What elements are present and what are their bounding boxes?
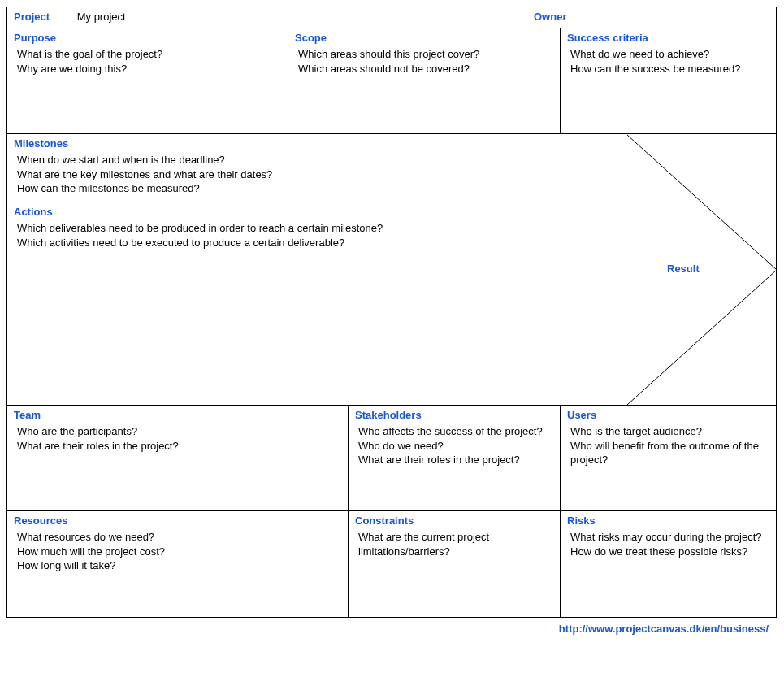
resources-q3: How long will it take? xyxy=(17,558,341,573)
resources-title: Resources xyxy=(14,515,341,527)
stakeholders-q3: What are their roles in the project? xyxy=(358,453,553,467)
cell-users: Users Who is the target audience? Who wi… xyxy=(561,406,776,511)
project-label: Project xyxy=(14,11,50,23)
footer-link[interactable]: http://www.projectcanvas.dk/en/business/ xyxy=(6,618,777,635)
team-q2: What are their roles in the project? xyxy=(17,439,341,454)
users-q2: Who will benefit from the outcome of the… xyxy=(570,439,769,467)
milestones-title: Milestones xyxy=(14,137,621,150)
success-q2: How can the success be measured? xyxy=(570,62,769,76)
constraints-title: Constraints xyxy=(355,515,553,527)
risks-q2: How do we treat these possible risks? xyxy=(570,545,769,559)
cell-arrow-lower xyxy=(627,202,776,406)
row-milestones-actions-result: Milestones When do we start and when is … xyxy=(7,134,776,406)
cell-constraints: Constraints What are the current project… xyxy=(349,511,561,617)
actions-q2: Which activities need to be executed to … xyxy=(17,236,621,250)
cell-arrow-upper xyxy=(627,134,776,202)
scope-q2: Which areas should not be covered? xyxy=(298,62,553,76)
cell-stakeholders: Stakeholders Who affects the success of … xyxy=(349,406,561,511)
project-value: My project xyxy=(77,11,126,23)
milestones-q2: What are the key milestones and what are… xyxy=(17,167,621,182)
purpose-q1: What is the goal of the project? xyxy=(17,47,281,62)
actions-title: Actions xyxy=(14,206,621,218)
stakeholders-title: Stakeholders xyxy=(355,409,553,421)
scope-title: Scope xyxy=(295,32,553,44)
cell-team: Team Who are the participants? What are … xyxy=(7,406,349,511)
canvas-header: Project My project Owner xyxy=(7,7,776,28)
actions-q1: Which deliverables need to be produced i… xyxy=(17,221,621,236)
risks-title: Risks xyxy=(567,515,769,527)
purpose-title: Purpose xyxy=(14,32,281,44)
cell-scope: Scope Which areas should this project co… xyxy=(288,28,561,134)
cell-milestones: Milestones When do we start and when is … xyxy=(7,134,627,202)
milestones-q1: When do we start and when is the deadlin… xyxy=(17,153,621,167)
row-purpose-scope-success: Purpose What is the goal of the project?… xyxy=(7,28,776,134)
cell-resources: Resources What resources do we need? How… xyxy=(7,511,349,617)
risks-q1: What risks may occur during the project? xyxy=(570,530,769,545)
row-team-stakeholders-users: Team Who are the participants? What are … xyxy=(7,406,776,511)
milestones-q3: How can the milestones be measured? xyxy=(17,181,621,196)
users-q1: Who is the target audience? xyxy=(570,424,769,439)
team-title: Team xyxy=(14,409,341,421)
row-resources-constraints-risks: Resources What resources do we need? How… xyxy=(7,511,776,617)
success-q1: What do we need to achieve? xyxy=(570,47,769,62)
success-title: Success criteria xyxy=(567,32,769,44)
cell-risks: Risks What risks may occur during the pr… xyxy=(561,511,776,617)
users-title: Users xyxy=(567,409,769,421)
constraints-q1: What are the current project limitations… xyxy=(358,530,553,558)
cell-success: Success criteria What do we need to achi… xyxy=(561,28,776,134)
scope-q1: Which areas should this project cover? xyxy=(298,47,553,62)
cell-actions: Actions Which deliverables need to be pr… xyxy=(7,202,627,406)
resources-q2: How much will the project cost? xyxy=(17,545,341,559)
stakeholders-q1: Who affects the success of the project? xyxy=(358,424,553,439)
purpose-q2: Why are we doing this? xyxy=(17,62,281,76)
stakeholders-q2: Who do we need? xyxy=(358,439,553,454)
project-canvas: Project My project Owner Purpose What is… xyxy=(6,7,777,618)
owner-label: Owner xyxy=(534,11,566,23)
team-q1: Who are the participants? xyxy=(17,424,341,439)
resources-q1: What resources do we need? xyxy=(17,530,341,545)
cell-purpose: Purpose What is the goal of the project?… xyxy=(7,28,288,134)
